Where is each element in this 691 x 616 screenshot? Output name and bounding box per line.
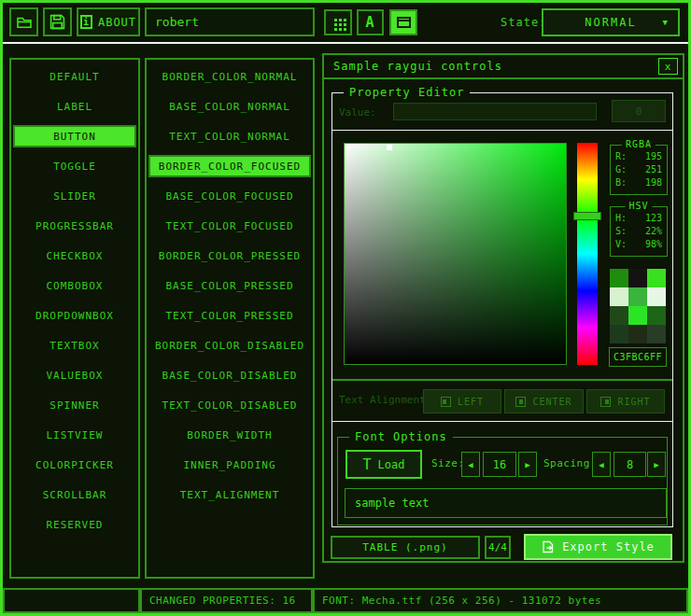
color-swatch[interactable] (610, 306, 628, 325)
color-swatch[interactable] (647, 287, 666, 306)
color-swatch[interactable] (647, 269, 666, 287)
export-pages-stepper[interactable]: 4/4 (485, 536, 511, 559)
load-font-button[interactable]: T Load (346, 450, 422, 479)
color-swatch[interactable] (647, 306, 666, 325)
property-list-item[interactable]: BORDER_WIDTH (148, 424, 311, 446)
size-value[interactable]: 16 (483, 452, 516, 477)
control-list-item[interactable]: COMBOBOX (13, 274, 136, 297)
hue-cursor[interactable] (573, 212, 601, 220)
spacing-value[interactable]: 8 (613, 452, 646, 477)
align-center-icon (515, 397, 526, 407)
property-list-item[interactable]: BASE_COLOR_NORMAL (148, 95, 311, 118)
color-swatch[interactable] (628, 287, 647, 306)
control-list-item[interactable]: CHECKBOX (13, 245, 136, 267)
font-options-groupbox: Font Options T Load Size: ◀ 16 ▶ Spacing… (337, 437, 668, 525)
property-list-item[interactable]: TEXT_COLOR_DISABLED (148, 394, 311, 416)
size-increase-button[interactable]: ▶ (518, 452, 537, 477)
property-list-item[interactable]: BORDER_COLOR_DISABLED (148, 334, 311, 357)
color-picker-cursor[interactable] (387, 145, 392, 150)
property-list-item[interactable]: TEXT_COLOR_FOCUSED (148, 215, 311, 237)
hsv-row-label: H: (615, 212, 627, 225)
hsv-row: S: 22% (611, 225, 667, 238)
export-format-dropdown[interactable]: TABLE (.png) (331, 536, 480, 559)
open-style-button[interactable] (9, 7, 38, 36)
hue-bar[interactable] (577, 143, 598, 365)
state-dropdown-value: NORMAL (585, 16, 636, 29)
control-list-item[interactable]: PROGRESSBAR (13, 215, 136, 237)
rgba-row: G: 251 (611, 163, 667, 176)
property-list-item[interactable]: INNER_PADDING (148, 454, 311, 476)
color-swatch[interactable] (628, 325, 647, 343)
control-list-item[interactable]: DROPDOWNBOX (13, 304, 136, 327)
export-style-button[interactable]: Export Style (524, 534, 672, 560)
window-titlebar[interactable]: Sample raygui controls x (324, 55, 683, 79)
state-dropdown[interactable]: NORMAL ▼ (542, 8, 680, 36)
value-slider[interactable] (393, 103, 597, 120)
control-list-item[interactable]: SLIDER (13, 185, 136, 207)
property-list-item[interactable]: TEXT_ALIGNMENT (148, 483, 311, 506)
font-mode-button[interactable]: A (357, 9, 384, 35)
control-list-item[interactable]: LISTVIEW (13, 424, 136, 446)
hsv-row-value: 98% (645, 238, 662, 251)
color-swatch[interactable] (610, 287, 628, 306)
status-font-info: FONT: Mecha.ttf (256 x 256) - 131072 byt… (313, 588, 688, 613)
size-decrease-button[interactable]: ◀ (461, 452, 480, 477)
color-swatch[interactable] (610, 269, 628, 287)
load-font-label: Load (378, 458, 405, 471)
control-list-item[interactable]: VALUEBOX (13, 364, 136, 386)
sample-controls-window: Sample raygui controls x Property Editor… (322, 53, 684, 563)
property-list-item[interactable]: TEXT_COLOR_NORMAL (148, 125, 311, 147)
control-list-item[interactable]: SPINNER (13, 394, 136, 416)
color-swatch[interactable] (610, 325, 628, 343)
size-label: Size: (431, 457, 465, 469)
color-swatch[interactable] (628, 306, 647, 325)
color-swatch[interactable] (647, 325, 666, 343)
arrow-right-icon: ▶ (525, 460, 529, 469)
rgba-row: B: 198 (611, 176, 667, 189)
window-icon (397, 17, 411, 28)
hex-color-input[interactable]: C3FBC6FF (609, 347, 667, 367)
hsv-row-label: S: (615, 225, 627, 238)
property-list-item[interactable]: TEXT_COLOR_PRESSED (148, 304, 311, 327)
sample-text-input[interactable]: sample text (345, 488, 667, 518)
window-mode-button[interactable] (389, 9, 417, 35)
property-list-item[interactable]: BASE_COLOR_DISABLED (148, 364, 311, 386)
style-name-input[interactable] (145, 7, 315, 36)
rgba-row-label: G: (615, 163, 627, 176)
font-a-icon: A (365, 14, 374, 31)
control-list-item[interactable]: BUTTON (13, 125, 136, 147)
control-list-item[interactable]: LABEL (13, 95, 136, 118)
close-icon[interactable]: x (658, 58, 678, 75)
arrow-left-icon: ◀ (468, 460, 472, 469)
align-right-button[interactable]: RIGHT (586, 389, 665, 413)
style-color-swatches (610, 269, 666, 343)
grid-icon (334, 19, 337, 21)
align-left-button[interactable]: LEFT (423, 389, 501, 413)
spacing-increase-button[interactable]: ▶ (647, 452, 666, 477)
property-list-item[interactable]: BASE_COLOR_PRESSED (148, 274, 311, 297)
control-list-item[interactable]: COLORPICKER (13, 454, 136, 476)
rgba-row-value: 198 (645, 176, 662, 189)
about-button[interactable]: i ABOUT (77, 7, 140, 36)
control-list-item[interactable]: SCROLLBAR (13, 483, 136, 506)
control-list-item[interactable]: TOGGLE (13, 155, 136, 177)
color-picker-panel[interactable] (344, 143, 567, 365)
property-list-item[interactable]: BORDER_COLOR_FOCUSED (148, 155, 311, 177)
hsv-row: V: 98% (611, 238, 667, 251)
property-list-item[interactable]: BORDER_COLOR_NORMAL (148, 65, 311, 88)
control-list-item[interactable]: DEFAULT (13, 65, 136, 88)
property-list-item[interactable]: BORDER_COLOR_PRESSED (148, 245, 311, 267)
rgba-title: RGBA (622, 139, 656, 149)
value-button[interactable]: 0 (612, 100, 666, 122)
property-list-item[interactable]: BASE_COLOR_FOCUSED (148, 185, 311, 207)
save-style-button[interactable] (43, 7, 72, 36)
spacing-decrease-button[interactable]: ◀ (592, 452, 611, 477)
separator-line (332, 421, 672, 422)
grid-mode-button[interactable] (324, 9, 352, 35)
control-list-item[interactable]: TEXTBOX (13, 334, 136, 357)
window-title: Sample raygui controls (333, 60, 502, 73)
control-list-item[interactable]: RESERVED (13, 513, 136, 536)
color-swatch[interactable] (628, 269, 647, 287)
align-center-button[interactable]: CENTER (504, 389, 584, 413)
status-changed-properties: CHANGED PROPERTIES: 16 (140, 588, 313, 613)
